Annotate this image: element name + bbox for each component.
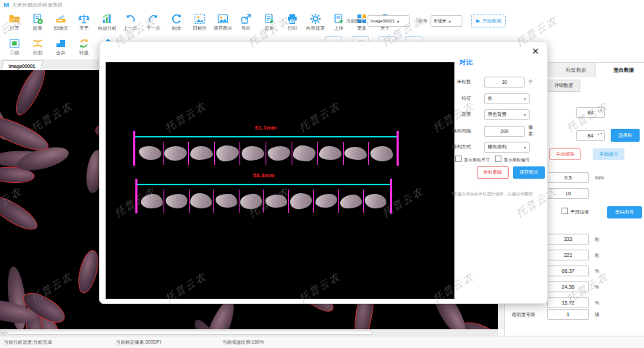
rice-grain[interactable]	[290, 193, 313, 210]
grain-delete-button[interactable]: 米粒删除	[477, 166, 509, 179]
stat-chalkiness[interactable]: 15.72	[547, 297, 589, 308]
rice-grain[interactable]	[242, 146, 264, 161]
background-select[interactable]: 黑色背景▾	[484, 109, 530, 120]
checkbox-icon[interactable]	[562, 208, 568, 214]
show-number-checkbox[interactable]: 显示单粒编号	[495, 156, 530, 164]
stat-chalk-area-rate[interactable]: 24.36	[547, 281, 589, 292]
grain-cell[interactable]	[140, 190, 164, 213]
min-area-input[interactable]: 0.5	[547, 172, 589, 183]
rice-mode-select[interactable]: 常规米 ▾	[431, 15, 462, 27]
rice-grain[interactable]	[319, 146, 342, 161]
toolbar-button-append[interactable]: 追加	[258, 12, 281, 33]
feature-select[interactable]: 长▾	[484, 93, 530, 104]
grain-cell[interactable]	[164, 190, 189, 213]
grain-cell[interactable]	[266, 142, 292, 165]
rice-grain[interactable]	[166, 194, 187, 208]
grain-cell[interactable]	[190, 190, 214, 213]
spinner-arrows-icon[interactable]: ▲▼	[597, 132, 603, 135]
stat-chalky-rate[interactable]: 66.37	[547, 266, 589, 276]
toolbar-button-scanner[interactable]: 扫描仪	[49, 12, 72, 33]
start-detect-button[interactable]: ▶ 开始检测	[471, 14, 506, 27]
current-image-select[interactable]: Image00001 ▾	[368, 15, 410, 27]
threshold-spinner-2[interactable]: 84 ▲▼	[576, 130, 605, 141]
toolbar-button-print[interactable]: 打印	[281, 12, 304, 33]
rice-grain[interactable]	[216, 194, 238, 208]
grain-cell[interactable]	[344, 142, 370, 165]
tab-chalkiness-data[interactable]: 垩白数据	[595, 62, 644, 77]
rice-grain[interactable]	[240, 193, 263, 209]
rice-grain[interactable]	[344, 146, 368, 160]
show-size-checkbox[interactable]: 显示单粒尺寸	[455, 156, 490, 164]
spinner-arrows-icon[interactable]: ▲▼	[597, 109, 603, 112]
horizontal-scrollbar-thumb[interactable]	[7, 331, 373, 335]
toolbar-button-export[interactable]: 导出	[234, 12, 258, 33]
grain-cell[interactable]	[264, 190, 289, 213]
rice-grain[interactable]	[138, 146, 161, 161]
rice-grain[interactable]	[293, 145, 316, 162]
grain-cell[interactable]	[314, 190, 339, 213]
grain-cell[interactable]	[164, 142, 190, 165]
grain-cell[interactable]	[318, 142, 344, 165]
grain-cell[interactable]	[137, 142, 164, 165]
rice-grain[interactable]	[315, 194, 336, 208]
manual-remove-button[interactable]: 手动移除	[549, 148, 581, 160]
rice-grain[interactable]	[340, 194, 362, 208]
transparency-input[interactable]: 1	[547, 309, 589, 320]
scroll-left-icon[interactable]: ‹	[0, 330, 7, 336]
toolbar-button-binary[interactable]: 二值	[3, 37, 26, 57]
grain-cell[interactable]	[240, 190, 264, 213]
manual-reduce-button[interactable]: 手动减少	[593, 148, 624, 160]
toolbar-button-folder-open[interactable]: 打开	[3, 12, 26, 33]
arrange-select[interactable]: 横向排列▾	[484, 142, 530, 153]
threshold-spinner-1[interactable]: 84 ▲▼	[576, 107, 605, 118]
threshold-input[interactable]: 10	[547, 188, 589, 199]
grain-count-input[interactable]: 10	[484, 77, 525, 88]
toolbar-button-split[interactable]: 分割	[26, 37, 49, 57]
rice-grain[interactable]	[216, 145, 239, 162]
stat-chalky-grains[interactable]: 221	[547, 250, 589, 260]
rice-grain[interactable]	[140, 193, 163, 208]
grain-cell[interactable]	[189, 142, 215, 165]
select-grain-button[interactable]: 选择粒	[611, 129, 640, 142]
grain-cell[interactable]	[339, 190, 363, 213]
smooth-edge-checkbox[interactable]: 平滑边缘	[562, 208, 589, 216]
toolbar-button-redo[interactable]: 下一步	[142, 12, 165, 33]
checkbox-icon[interactable]	[495, 156, 501, 162]
grain-cell[interactable]	[364, 190, 388, 213]
toolbar-button-undo[interactable]: 上一步	[119, 12, 142, 33]
stat-total-grains[interactable]: 333	[547, 234, 589, 245]
tab-detail-data[interactable]: 详细数据	[547, 80, 580, 92]
image-tab[interactable]: Image00001	[1, 60, 43, 71]
chalk-wizard-button[interactable]: 垩白向导	[607, 206, 642, 218]
grain-cell[interactable]	[215, 142, 241, 165]
grain-cell[interactable]	[240, 142, 266, 165]
checkbox-icon[interactable]	[455, 156, 462, 162]
toolbar-button-merge[interactable]: 合并	[49, 37, 72, 57]
toolbar-button-save-image[interactable]: 保存图片	[211, 12, 234, 33]
toolbar-button-target-area[interactable]: 目标区	[188, 12, 211, 33]
grain-cell[interactable]	[292, 142, 318, 165]
rice-grain[interactable]	[365, 193, 387, 208]
rice-grain[interactable]	[190, 193, 213, 209]
rice-grain[interactable]	[370, 145, 393, 161]
toolbar-button-settings[interactable]: 向导设置	[304, 12, 327, 33]
toolbar-button-batch[interactable]: 批量	[26, 12, 49, 33]
vertical-gap-input[interactable]: 200	[484, 126, 525, 137]
grain-cell[interactable]	[369, 142, 394, 165]
grain-cell[interactable]	[214, 190, 239, 213]
rice-grain[interactable]	[267, 145, 290, 161]
toolbar-button-auto-analyze[interactable]: 自动分析	[96, 12, 119, 33]
toolbar-button-label: 追加	[265, 25, 274, 32]
toolbar-button-copy[interactable]: 副本	[165, 12, 188, 33]
horizontal-scrollbar[interactable]: ‹	[0, 329, 498, 336]
compare-image-area[interactable]: 61.1mm58.3mm	[106, 62, 454, 299]
rice-grain[interactable]	[190, 146, 213, 161]
rice-grain[interactable]	[164, 145, 187, 161]
toolbar-button-convert[interactable]: 转换	[72, 37, 96, 57]
toolbar-button-balance[interactable]: 天平	[72, 12, 96, 33]
grain-cell[interactable]	[289, 190, 313, 213]
save-image-button[interactable]: 保存图片	[513, 166, 545, 179]
rice-grain[interactable]	[265, 194, 287, 208]
close-icon[interactable]: ✕	[530, 46, 541, 57]
spinner-value: 84	[588, 110, 593, 115]
